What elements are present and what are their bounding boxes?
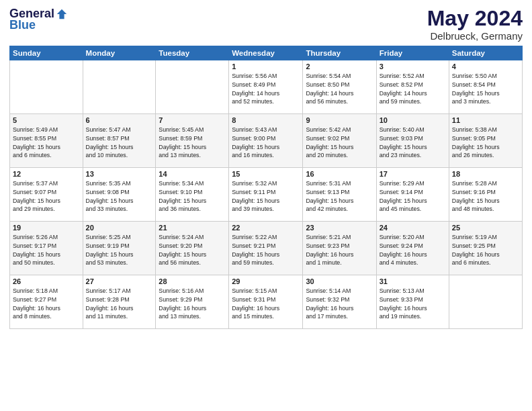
table-row — [83, 60, 156, 114]
day-info: Sunrise: 5:13 AM Sunset: 9:33 PM Dayligh… — [380, 287, 446, 321]
day-info: Sunrise: 5:24 AM Sunset: 9:20 PM Dayligh… — [159, 233, 226, 267]
table-row — [449, 275, 522, 329]
table-row: 31Sunrise: 5:13 AM Sunset: 9:33 PM Dayli… — [376, 275, 449, 329]
day-info: Sunrise: 5:28 AM Sunset: 9:16 PM Dayligh… — [452, 179, 519, 214]
table-row: 3Sunrise: 5:52 AM Sunset: 8:52 PM Daylig… — [376, 60, 449, 114]
table-row — [156, 60, 229, 114]
day-number: 20 — [86, 224, 153, 232]
day-info: Sunrise: 5:47 AM Sunset: 8:57 PM Dayligh… — [86, 126, 153, 160]
day-info: Sunrise: 5:45 AM Sunset: 8:59 PM Dayligh… — [159, 126, 226, 160]
col-friday: Friday — [376, 46, 449, 60]
day-info: Sunrise: 5:37 AM Sunset: 9:07 PM Dayligh… — [13, 179, 80, 214]
table-row: 18Sunrise: 5:28 AM Sunset: 9:16 PM Dayli… — [449, 168, 522, 222]
day-number: 3 — [380, 62, 446, 71]
table-row: 11Sunrise: 5:38 AM Sunset: 9:05 PM Dayli… — [449, 114, 522, 168]
day-info: Sunrise: 5:56 AM Sunset: 8:49 PM Dayligh… — [232, 72, 300, 106]
day-number: 13 — [86, 170, 153, 178]
table-row: 20Sunrise: 5:25 AM Sunset: 9:19 PM Dayli… — [83, 222, 156, 275]
table-row: 19Sunrise: 5:26 AM Sunset: 9:17 PM Dayli… — [10, 222, 83, 275]
day-info: Sunrise: 5:17 AM Sunset: 9:28 PM Dayligh… — [86, 287, 153, 321]
table-row: 1Sunrise: 5:56 AM Sunset: 8:49 PM Daylig… — [229, 60, 303, 114]
day-info: Sunrise: 5:31 AM Sunset: 9:13 PM Dayligh… — [306, 179, 373, 214]
day-number: 25 — [452, 224, 519, 232]
day-info: Sunrise: 5:32 AM Sunset: 9:11 PM Dayligh… — [232, 179, 300, 214]
logo: General Blue — [9, 7, 68, 32]
day-number: 17 — [380, 170, 446, 178]
day-info: Sunrise: 5:54 AM Sunset: 8:50 PM Dayligh… — [306, 72, 373, 106]
day-number: 26 — [13, 277, 80, 285]
table-row: 30Sunrise: 5:14 AM Sunset: 9:32 PM Dayli… — [303, 275, 376, 329]
day-info: Sunrise: 5:35 AM Sunset: 9:08 PM Dayligh… — [86, 179, 153, 214]
day-number: 21 — [159, 224, 226, 232]
table-row: 4Sunrise: 5:50 AM Sunset: 8:54 PM Daylig… — [449, 60, 522, 114]
day-number: 8 — [232, 116, 300, 124]
svg-marker-0 — [57, 9, 66, 18]
day-number: 29 — [232, 277, 300, 285]
table-row: 28Sunrise: 5:16 AM Sunset: 9:29 PM Dayli… — [156, 275, 229, 329]
calendar-table: Sunday Monday Tuesday Wednesday Thursday… — [9, 46, 523, 329]
col-saturday: Saturday — [449, 46, 522, 60]
day-number: 27 — [86, 277, 153, 285]
header: General Blue May 2024 Delbrueck, Germany — [9, 7, 523, 42]
day-number: 23 — [306, 224, 373, 232]
page-container: General Blue May 2024 Delbrueck, Germany… — [0, 0, 532, 411]
logo-icon — [56, 8, 68, 20]
table-row: 27Sunrise: 5:17 AM Sunset: 9:28 PM Dayli… — [83, 275, 156, 329]
day-number: 30 — [306, 277, 373, 285]
day-info: Sunrise: 5:20 AM Sunset: 9:24 PM Dayligh… — [380, 233, 446, 267]
day-number: 22 — [232, 224, 300, 232]
table-row: 12Sunrise: 5:37 AM Sunset: 9:07 PM Dayli… — [10, 168, 83, 222]
table-row: 26Sunrise: 5:18 AM Sunset: 9:27 PM Dayli… — [10, 275, 83, 329]
table-row: 22Sunrise: 5:22 AM Sunset: 9:21 PM Dayli… — [229, 222, 303, 275]
col-sunday: Sunday — [10, 46, 83, 60]
table-row: 7Sunrise: 5:45 AM Sunset: 8:59 PM Daylig… — [156, 114, 229, 168]
day-number: 14 — [159, 170, 226, 178]
location-subtitle: Delbrueck, Germany — [427, 30, 523, 42]
day-number: 19 — [13, 224, 80, 232]
day-number: 5 — [13, 116, 80, 124]
day-info: Sunrise: 5:49 AM Sunset: 8:55 PM Dayligh… — [13, 126, 80, 160]
day-number: 15 — [232, 170, 300, 178]
table-row: 14Sunrise: 5:34 AM Sunset: 9:10 PM Dayli… — [156, 168, 229, 222]
table-row: 13Sunrise: 5:35 AM Sunset: 9:08 PM Dayli… — [83, 168, 156, 222]
day-number: 2 — [306, 62, 373, 71]
calendar-week-row: 12Sunrise: 5:37 AM Sunset: 9:07 PM Dayli… — [10, 168, 523, 222]
day-info: Sunrise: 5:18 AM Sunset: 9:27 PM Dayligh… — [13, 287, 80, 321]
day-info: Sunrise: 5:22 AM Sunset: 9:21 PM Dayligh… — [232, 233, 300, 267]
table-row: 10Sunrise: 5:40 AM Sunset: 9:03 PM Dayli… — [376, 114, 449, 168]
day-number: 11 — [452, 116, 519, 124]
day-info: Sunrise: 5:26 AM Sunset: 9:17 PM Dayligh… — [13, 233, 80, 267]
day-number: 9 — [306, 116, 373, 124]
day-number: 10 — [380, 116, 446, 124]
day-number: 31 — [380, 277, 446, 285]
day-info: Sunrise: 5:15 AM Sunset: 9:31 PM Dayligh… — [232, 287, 300, 321]
day-number: 4 — [452, 62, 519, 71]
day-info: Sunrise: 5:16 AM Sunset: 9:29 PM Dayligh… — [159, 287, 226, 321]
col-thursday: Thursday — [303, 46, 376, 60]
day-number: 7 — [159, 116, 226, 124]
day-info: Sunrise: 5:14 AM Sunset: 9:32 PM Dayligh… — [306, 287, 373, 321]
day-number: 18 — [452, 170, 519, 178]
table-row: 23Sunrise: 5:21 AM Sunset: 9:23 PM Dayli… — [303, 222, 376, 275]
col-wednesday: Wednesday — [229, 46, 303, 60]
day-number: 28 — [159, 277, 226, 285]
day-number: 1 — [232, 62, 300, 71]
calendar-week-row: 19Sunrise: 5:26 AM Sunset: 9:17 PM Dayli… — [10, 222, 523, 275]
table-row: 8Sunrise: 5:43 AM Sunset: 9:00 PM Daylig… — [229, 114, 303, 168]
day-info: Sunrise: 5:42 AM Sunset: 9:02 PM Dayligh… — [306, 126, 373, 160]
title-block: May 2024 Delbrueck, Germany — [427, 7, 523, 42]
day-info: Sunrise: 5:21 AM Sunset: 9:23 PM Dayligh… — [306, 233, 373, 267]
day-info: Sunrise: 5:52 AM Sunset: 8:52 PM Dayligh… — [380, 72, 446, 106]
day-info: Sunrise: 5:43 AM Sunset: 9:00 PM Dayligh… — [232, 126, 300, 160]
calendar-header-row: Sunday Monday Tuesday Wednesday Thursday… — [10, 46, 523, 60]
table-row: 24Sunrise: 5:20 AM Sunset: 9:24 PM Dayli… — [376, 222, 449, 275]
table-row: 16Sunrise: 5:31 AM Sunset: 9:13 PM Dayli… — [303, 168, 376, 222]
table-row: 6Sunrise: 5:47 AM Sunset: 8:57 PM Daylig… — [83, 114, 156, 168]
table-row: 21Sunrise: 5:24 AM Sunset: 9:20 PM Dayli… — [156, 222, 229, 275]
table-row: 17Sunrise: 5:29 AM Sunset: 9:14 PM Dayli… — [376, 168, 449, 222]
day-info: Sunrise: 5:38 AM Sunset: 9:05 PM Dayligh… — [452, 126, 519, 160]
day-info: Sunrise: 5:50 AM Sunset: 8:54 PM Dayligh… — [452, 72, 519, 106]
day-info: Sunrise: 5:40 AM Sunset: 9:03 PM Dayligh… — [380, 126, 446, 160]
month-title: May 2024 — [427, 7, 523, 30]
calendar-week-row: 1Sunrise: 5:56 AM Sunset: 8:49 PM Daylig… — [10, 60, 523, 114]
